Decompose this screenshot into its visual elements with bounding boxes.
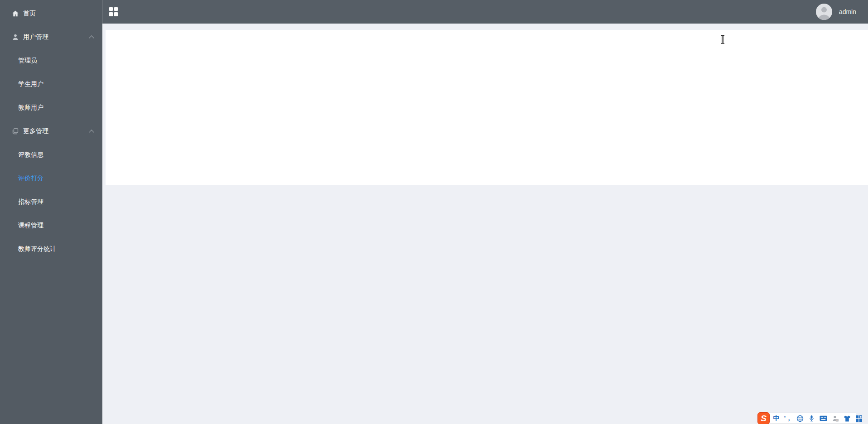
sidebar-item-course-management[interactable]: 课程管理 xyxy=(0,214,102,237)
chinese-mode-icon[interactable]: 中 xyxy=(772,414,780,422)
home-icon xyxy=(12,10,19,17)
sogou-logo[interactable]: S xyxy=(757,412,770,424)
sidebar-item-student-users[interactable]: 学生用户 xyxy=(0,72,102,96)
sidebar-item-evaluation-score[interactable]: 评价打分 xyxy=(0,167,102,190)
sidebar-menu: 首页 用户管理 管理员 学生用户 教师用户 xyxy=(0,0,102,261)
chevron-up-icon xyxy=(89,35,94,40)
ime-toolbar: S 中 ’， 13 xyxy=(760,413,856,424)
sidebar-item-more-management[interactable]: 更多管理 xyxy=(0,120,102,143)
punctuation-icon[interactable]: ’， xyxy=(784,414,792,422)
toolbox-grid-icon[interactable] xyxy=(855,414,863,422)
sidebar-item-label: 指标管理 xyxy=(18,198,43,206)
app-screen: 首页 用户管理 管理员 学生用户 教师用户 xyxy=(0,0,868,424)
user-icon xyxy=(12,34,19,41)
sidebar-item-user-management[interactable]: 用户管理 xyxy=(0,25,102,49)
sidebar-item-label: 更多管理 xyxy=(23,127,48,135)
documents-icon xyxy=(12,128,19,135)
sidebar: 首页 用户管理 管理员 学生用户 教师用户 xyxy=(0,0,102,424)
keyboard-icon[interactable] xyxy=(820,414,827,422)
microphone-icon[interactable] xyxy=(808,414,815,422)
sidebar-item-teacher-users[interactable]: 教师用户 xyxy=(0,96,102,120)
skin-shirt-icon[interactable] xyxy=(843,414,851,422)
sogou-logo-letter: S xyxy=(761,414,767,424)
sidebar-item-indicator-management[interactable]: 指标管理 xyxy=(0,190,102,214)
apps-grid-icon[interactable] xyxy=(109,7,118,17)
sidebar-item-label: 管理员 xyxy=(18,57,37,65)
top-bar: admin xyxy=(102,0,868,24)
username-label: admin xyxy=(839,8,856,15)
sidebar-item-admins[interactable]: 管理员 xyxy=(0,49,102,72)
emoji-icon[interactable] xyxy=(796,414,804,422)
sidebar-item-label: 用户管理 xyxy=(23,33,48,41)
user-menu[interactable]: admin xyxy=(816,4,856,20)
ime-toolbar-items: 中 ’， 13 xyxy=(772,414,863,422)
sidebar-item-evaluation-info[interactable]: 评教信息 xyxy=(0,143,102,167)
sidebar-item-label: 课程管理 xyxy=(18,222,43,230)
evaluation-score-form-card xyxy=(106,30,868,185)
sidebar-item-label: 学生用户 xyxy=(18,80,43,88)
ibeam-cursor xyxy=(720,35,725,46)
sidebar-item-label: 评教信息 xyxy=(18,151,43,159)
passthrough-person-icon[interactable]: 13 xyxy=(831,414,839,422)
sidebar-item-home[interactable]: 首页 xyxy=(0,2,102,25)
chevron-up-icon xyxy=(89,130,94,135)
sidebar-item-label: 教师评分统计 xyxy=(18,245,56,253)
sidebar-item-label: 首页 xyxy=(23,10,36,18)
svg-text:13: 13 xyxy=(836,419,838,421)
sidebar-item-teacher-score-stats[interactable]: 教师评分统计 xyxy=(0,237,102,261)
avatar xyxy=(816,4,832,20)
sidebar-item-label: 评价打分 xyxy=(18,174,43,183)
sidebar-item-label: 教师用户 xyxy=(18,104,43,112)
